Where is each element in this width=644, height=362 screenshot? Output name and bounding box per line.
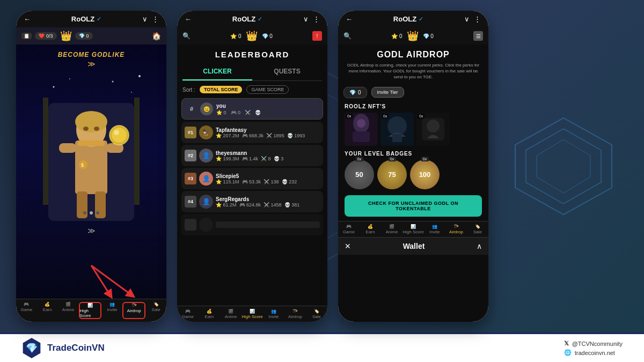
nav-invite-3[interactable]: 👥Invite — [424, 224, 445, 234]
svg-marker-43 — [526, 129, 601, 204]
dots-3[interactable]: ⋮ — [474, 15, 481, 23]
rank-5 — [185, 219, 196, 231]
svg-marker-42 — [515, 118, 612, 215]
wallet-chevron-icon[interactable]: ∧ — [477, 242, 482, 250]
wallet-close-icon[interactable]: ✕ — [345, 242, 351, 250]
lb-row-5-partial — [181, 214, 323, 235]
nft-badge-1: 0x — [346, 114, 353, 119]
become-godlike-text: BECOME GODLIKE — [58, 51, 125, 58]
back-arrow-2[interactable]: ← — [185, 15, 192, 23]
nav-anime-3[interactable]: 🎬Anime — [381, 224, 402, 234]
nft-card-3[interactable]: 0x — [416, 113, 450, 146]
nav-anime-2[interactable]: 🎬Anime — [220, 309, 241, 319]
leaderboard-title: LEADERBOARD — [177, 45, 327, 63]
nav-anime-1[interactable]: 🎬Anime — [58, 302, 79, 319]
tab-clicker[interactable]: CLICKER — [182, 63, 252, 80]
nav-sale-2[interactable]: 🏷️Sale — [306, 309, 327, 319]
footer: 💎 TradeCoinVN 𝕏 @TCVNcommunity 🌐 tradeco… — [0, 333, 644, 362]
nft-badge-3: 0x — [418, 114, 425, 119]
svg-point-28 — [96, 211, 99, 215]
nav-earn-1[interactable]: 💰Earn — [37, 302, 58, 319]
sort-row: Sort : TOTAL SCORE GAME SCORE — [177, 81, 327, 98]
name-1: Tapfanteasy — [216, 127, 320, 133]
home-icon-1[interactable]: 🏠 — [152, 32, 161, 40]
gems-score-2: 💎 0 — [262, 33, 273, 39]
coins-badge: 💎0 — [75, 32, 93, 40]
nav-invite-1[interactable]: 👥Invite — [101, 302, 122, 319]
back-arrow-1[interactable]: ← — [24, 15, 31, 23]
badge-50: 50 0x — [345, 160, 374, 189]
avatar-lb-5 — [199, 218, 213, 232]
phone2-title: RoOLZ — [232, 15, 255, 23]
verified-icon-2: ✓ — [258, 16, 262, 23]
lb-row-3: #3 👤 Slicepie5 ⭐ 115.1M 🎮 53.3k ⚔️ 138 💀… — [181, 168, 323, 189]
wallet-bar[interactable]: ✕ Wallet ∧ — [338, 237, 488, 255]
nav-game-2[interactable]: 🎮Game — [177, 309, 199, 319]
twitter-icon: 𝕏 — [564, 340, 569, 347]
you-skulls: 💀 — [255, 110, 261, 115]
scroll-down: ≫ — [87, 226, 96, 235]
nft-card-1[interactable]: 0x — [345, 113, 378, 146]
dots-2[interactable]: ⋮ — [313, 15, 320, 23]
menu-icon-3: ☰ — [473, 31, 483, 41]
social-web: 🌐 tradecoinvn.net — [564, 349, 623, 356]
footer-social: 𝕏 @TCVNcommunity 🌐 tradecoinvn.net — [564, 340, 623, 356]
svg-rect-10 — [59, 143, 76, 153]
nft-card-2[interactable]: 0x — [380, 113, 414, 146]
stars-score-3: ⭐ 0 — [391, 33, 402, 39]
you-row: # 😐 you ⭐ 0 🎮 0 ⚔️ 💀 — [181, 98, 323, 120]
nav-airdrop-2[interactable]: 🪂Airdrop — [284, 309, 306, 319]
web-icon: 🌐 — [564, 349, 572, 356]
lives-badge: 📋 — [21, 33, 32, 39]
name-4: SergRegards — [216, 196, 320, 202]
sort-game[interactable]: GAME SCORE — [246, 85, 289, 94]
rank-4: #4 — [185, 196, 196, 208]
nav-invite-2[interactable]: 👥Invite — [263, 309, 284, 319]
svg-point-23 — [138, 75, 141, 77]
svg-rect-15 — [77, 191, 87, 218]
svg-rect-16 — [95, 191, 106, 218]
rank-2: #2 — [185, 150, 196, 161]
dots-1[interactable]: ⋮ — [152, 15, 159, 23]
brand-area — [499, 11, 628, 322]
website-url: tradecoinvn.net — [575, 350, 615, 356]
chevron-1[interactable]: ∨ — [142, 15, 148, 23]
avatar-lb-1: 🦅 — [199, 125, 213, 139]
check-unclaimed-btn[interactable]: CHECK FOR UNCLAIMED GODL ON TOKENTABLE — [345, 195, 482, 217]
search-icon-2[interactable]: 🔍 — [182, 32, 191, 40]
svg-point-35 — [357, 119, 365, 128]
nav-airdrop-3[interactable]: 🪂Airdrop — [445, 224, 467, 234]
nav-game-1[interactable]: 🎮Game — [16, 302, 37, 319]
phone3-bottom-nav: 🎮Game 💰Earn 🎬Anime 📊High Score 👥Invite 🪂… — [338, 221, 488, 237]
svg-point-26 — [83, 211, 86, 215]
phone3-header: ← RoOLZ ✓ ∨ ⋮ — [338, 11, 488, 27]
search-icon-3[interactable]: 🔍 — [343, 32, 352, 40]
svg-point-9 — [94, 127, 99, 131]
airdrop-stats-row: 💎0 Invite Tier — [338, 85, 488, 100]
nav-highscore-2[interactable]: 📊High Score — [241, 309, 263, 319]
back-arrow-3[interactable]: ← — [346, 15, 353, 23]
nfts-section-title: ROOLZ NFT'S — [338, 100, 488, 111]
god-character[interactable]: $ — [32, 71, 150, 232]
chevron-3[interactable]: ∨ — [464, 15, 470, 23]
chevron-down: ≫ — [87, 60, 96, 68]
chevron-2[interactable]: ∨ — [303, 15, 309, 23]
nav-sale-1[interactable]: 🏷️Sale — [145, 302, 166, 319]
nav-earn-3[interactable]: 💰Earn — [360, 224, 381, 234]
nav-highscore-1[interactable]: 📊High Score — [79, 302, 102, 319]
nav-sale-3[interactable]: 🏷️Sale — [467, 224, 488, 234]
nav-highscore-3[interactable]: 📊High Score — [402, 224, 424, 234]
phone3-title: RoOLZ — [393, 15, 416, 23]
sort-total[interactable]: TOTAL SCORE — [200, 86, 243, 93]
nav-earn-2[interactable]: 💰Earn — [199, 309, 220, 319]
avatar-1: 👑 — [60, 30, 72, 42]
invite-tier-btn[interactable]: Invite Tier — [371, 87, 404, 98]
phone2-header: ← RoOLZ ✓ ∨ ⋮ — [177, 11, 327, 27]
footer-logo: 💎 TradeCoinVN — [21, 338, 105, 358]
logo-hexagon: 💎 — [21, 338, 42, 358]
nav-airdrop-1[interactable]: 🪂Airdrop — [122, 302, 145, 319]
svg-point-27 — [90, 211, 93, 215]
nav-game-3[interactable]: 🎮Game — [338, 224, 360, 234]
phone-3: ← RoOLZ ✓ ∨ ⋮ 🔍 ⭐ 0 👑 💎 0 ☰ GODL AIRDROP — [338, 11, 488, 322]
tab-quests[interactable]: QUESTS — [252, 63, 322, 80]
